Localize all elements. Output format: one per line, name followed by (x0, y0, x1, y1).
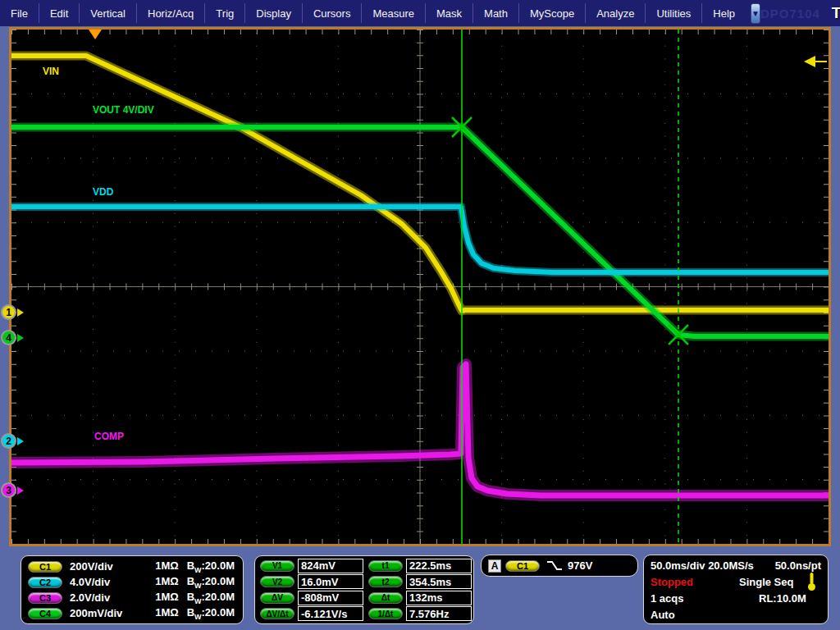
cursor-row-1t: 1/Δt7.576Hz (368, 606, 472, 622)
menu-item-horiz-acq[interactable]: Horiz/Acq (137, 0, 204, 26)
impedance-value: 1MΩ (155, 559, 178, 572)
channel-row-c1: C1200V/div1MΩBW:20.0M (28, 559, 235, 574)
channel-3-ground-marker[interactable]: 3 (1, 482, 24, 498)
cursor-pill[interactable]: V2 (260, 576, 294, 587)
channel-2-ground-marker[interactable]: 2 (1, 433, 24, 449)
channel-scale: 4.0V/div (70, 576, 110, 588)
right-arrow-icon (17, 437, 24, 445)
channel-pill-c1[interactable]: C1 (28, 561, 62, 573)
menu-item-measure[interactable]: Measure (362, 0, 425, 26)
channel-coupling: 1MΩBW:20.0M (155, 591, 235, 605)
menu-item-analyze[interactable]: Analyze (586, 0, 645, 26)
cursor-pill[interactable]: Δt (368, 592, 403, 604)
cursor-value: 824mV (298, 559, 363, 573)
menu-item-mask[interactable]: Mask (426, 0, 472, 26)
channel-scale: 2.0V/div (70, 591, 110, 604)
trace-label-comp: COMP (94, 431, 124, 442)
model-label: DPO7104 (760, 7, 820, 21)
cursor-voltage-column: V1824mVV216.0mVΔV-808mVΔV/Δt-6.121V/s (260, 558, 363, 622)
bandwidth-value: BW:20.0M (187, 606, 235, 621)
impedance-value: 1MΩ (155, 575, 178, 587)
cursor-row-v1: V1824mV (260, 558, 363, 573)
channel-1-badge: 1 (1, 304, 16, 320)
menu-items: FileEditVerticalHoriz/AcqTrigDisplayCurs… (0, 0, 746, 26)
menu-item-math[interactable]: Math (473, 0, 518, 26)
trigger-a-badge: A (488, 559, 501, 573)
tek-logo: Tek (832, 4, 840, 22)
menu-item-cursors[interactable]: Cursors (303, 0, 362, 26)
titlebar-right: DPO7104 Tek — X (760, 2, 840, 24)
impedance-value: 1MΩ (155, 591, 178, 603)
cursor-row-v: ΔV-808mV (260, 590, 363, 605)
channel-2-badge: 2 (1, 433, 16, 449)
channel-4-ground-marker[interactable]: 4 (1, 330, 24, 345)
waveform-display[interactable]: VIN VOUT 4V/DIV VDD COMP (9, 27, 831, 546)
menu-item-myscope[interactable]: MyScope (519, 0, 585, 26)
falling-edge-icon (546, 559, 564, 573)
impedance-value: 1MΩ (155, 606, 178, 619)
right-arrow-icon (17, 486, 24, 495)
cursor-pill[interactable]: V1 (260, 560, 294, 572)
acquisition-status: Stopped (651, 576, 693, 588)
cursor-readout-panel: V1824mVV216.0mVΔV-808mVΔV/Δt-6.121V/s t1… (254, 555, 474, 624)
channel-coupling: 1MΩBW:20.0M (155, 559, 235, 574)
bandwidth-value: BW:20.0M (187, 559, 235, 574)
menu-item-file[interactable]: File (0, 0, 39, 26)
channel-pill-c4[interactable]: C4 (28, 608, 62, 619)
thermometer-icon (807, 572, 816, 591)
menu-item-edit[interactable]: Edit (39, 0, 79, 26)
channel-pill-c3[interactable]: C3 (28, 592, 62, 604)
cursor-time-column: t1222.5mst2354.5msΔt132ms1/Δt7.576Hz (368, 558, 472, 622)
cursor-value: 222.5ms (406, 559, 472, 573)
menu-bar: FileEditVerticalHoriz/AcqTrigDisplayCurs… (0, 0, 840, 26)
channel-row-c3: C32.0V/div1MΩBW:20.0M (28, 590, 235, 605)
menu-item-display[interactable]: Display (245, 0, 302, 26)
sample-rate-value: 20.0MS/s (708, 559, 754, 572)
cursor-value: 16.0mV (298, 574, 363, 589)
cursor-pill[interactable]: t1 (368, 560, 403, 572)
trigger-level-value: 976V (568, 559, 592, 572)
trigger-level-arrow-icon[interactable] (804, 56, 815, 67)
trace-label-vout: VOUT 4V/DIV (93, 104, 154, 116)
menu-item-vertical[interactable]: Vertical (80, 0, 136, 26)
channel-4-badge: 4 (1, 330, 16, 345)
bandwidth-value: BW:20.0M (187, 575, 235, 590)
trigger-mode: Auto (651, 609, 675, 621)
trace-label-vin: VIN (43, 66, 59, 77)
channel-coupling: 1MΩBW:20.0M (155, 606, 235, 621)
menu-item-trig[interactable]: Trig (205, 0, 244, 26)
channel-1-ground-marker[interactable]: 1 (1, 304, 24, 320)
right-arrow-icon (17, 334, 24, 342)
cursor-pill[interactable]: ΔV/Δt (260, 608, 294, 619)
resolution-value: 50.0ns/pt (775, 559, 821, 572)
acquisition-mode: Single Seq (739, 576, 793, 588)
channel-coupling: 1MΩBW:20.0M (155, 575, 235, 590)
channel-pill-c2[interactable]: C2 (28, 577, 62, 588)
cursor-pill[interactable]: 1/Δt (368, 608, 403, 619)
cursor-value: 354.5ms (406, 574, 472, 589)
menu-dropdown-button[interactable]: ▼ (751, 3, 760, 24)
channel-scale: 200V/div (70, 560, 113, 573)
channel-3-badge: 3 (1, 482, 16, 498)
timebase-value: 50.0ms/div (651, 559, 705, 572)
trigger-source-pill[interactable]: C1 (505, 560, 540, 572)
cursor-row-vt: ΔV/Δt-6.121V/s (260, 606, 363, 622)
trace-label-vdd: VDD (93, 186, 113, 198)
menu-item-utilities[interactable]: Utilities (646, 0, 701, 26)
cursor-value: 7.576Hz (406, 606, 472, 621)
trigger-position-marker[interactable] (89, 30, 102, 39)
cursor-row-t1: t1222.5ms (368, 558, 472, 573)
bandwidth-value: BW:20.0M (187, 591, 235, 605)
record-length: RL:10.0M (759, 592, 806, 605)
cursor-pill[interactable]: t2 (368, 576, 403, 587)
cursor-value: -6.121V/s (298, 606, 363, 621)
channel-row-c4: C4200mV/div1MΩBW:20.0M (28, 605, 235, 621)
cursor-pill[interactable]: ΔV (260, 592, 294, 604)
chevron-down-icon: ▼ (751, 9, 760, 18)
channel-row-c2: C24.0V/div1MΩBW:20.0M (28, 574, 235, 590)
channel-settings-panel: C1200V/div1MΩBW:20.0MC24.0V/div1MΩBW:20.… (21, 555, 244, 624)
cursor-row-v2: V216.0mV (260, 574, 363, 590)
cursor-value: -808mV (298, 591, 363, 605)
cursor-row-t: Δt132ms (368, 590, 472, 605)
menu-item-help[interactable]: Help (702, 0, 746, 26)
